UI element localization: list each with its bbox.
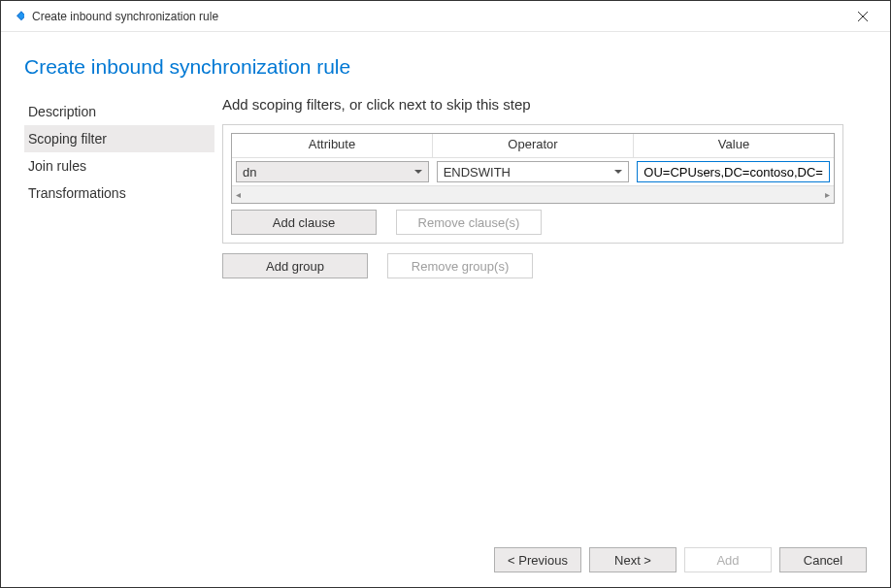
- previous-button[interactable]: < Previous: [494, 547, 581, 572]
- body-row: Description Scoping filter Join rules Tr…: [24, 96, 867, 533]
- col-attribute: Attribute: [232, 134, 433, 157]
- filter-group-box: Attribute Operator Value dn ENDSWITH: [222, 124, 843, 244]
- content-area: Create inbound synchronization rule Desc…: [1, 32, 890, 533]
- add-group-button[interactable]: Add group: [222, 253, 368, 278]
- col-value: Value: [634, 134, 834, 157]
- titlebar: Create inbound synchronization rule: [1, 1, 890, 32]
- clause-row: dn ENDSWITH: [232, 157, 834, 185]
- operator-dropdown[interactable]: ENDSWITH: [437, 161, 630, 182]
- attribute-value: dn: [243, 165, 256, 180]
- sidebar-item-description[interactable]: Description: [24, 98, 214, 125]
- page-heading: Create inbound synchronization rule: [24, 32, 867, 96]
- sidebar-item-join-rules[interactable]: Join rules: [24, 152, 214, 180]
- clause-grid: Attribute Operator Value dn ENDSWITH: [231, 133, 835, 204]
- sidebar-item-scoping-filter[interactable]: Scoping filter: [24, 125, 214, 152]
- attribute-dropdown[interactable]: dn: [236, 161, 429, 182]
- remove-group-button[interactable]: Remove group(s): [387, 253, 533, 278]
- cancel-button[interactable]: Cancel: [779, 547, 867, 572]
- app-icon: [9, 9, 24, 24]
- window-title: Create inbound synchronization rule: [32, 10, 843, 23]
- main-panel: Add scoping filters, or click next to sk…: [214, 96, 867, 533]
- scroll-right-icon[interactable]: ▸: [825, 189, 830, 200]
- sidebar-item-transformations[interactable]: Transformations: [24, 180, 214, 207]
- horizontal-scrollbar[interactable]: ◂ ▸: [232, 185, 834, 203]
- remove-clause-button[interactable]: Remove clause(s): [396, 210, 542, 235]
- wizard-footer: < Previous Next > Add Cancel: [1, 533, 890, 587]
- group-button-row: Add group Remove group(s): [222, 253, 867, 278]
- close-button[interactable]: [843, 3, 882, 30]
- dialog-window: Create inbound synchronization rule Crea…: [0, 0, 891, 588]
- grid-header: Attribute Operator Value: [232, 134, 834, 157]
- step-instruction: Add scoping filters, or click next to sk…: [222, 96, 867, 124]
- col-operator: Operator: [433, 134, 634, 157]
- value-input[interactable]: [637, 161, 830, 182]
- add-button[interactable]: Add: [684, 547, 772, 572]
- add-clause-button[interactable]: Add clause: [231, 210, 377, 235]
- wizard-sidebar: Description Scoping filter Join rules Tr…: [24, 96, 214, 533]
- scroll-left-icon[interactable]: ◂: [236, 189, 241, 200]
- next-button[interactable]: Next >: [589, 547, 676, 572]
- clause-button-row: Add clause Remove clause(s): [231, 210, 835, 235]
- operator-value: ENDSWITH: [444, 165, 511, 180]
